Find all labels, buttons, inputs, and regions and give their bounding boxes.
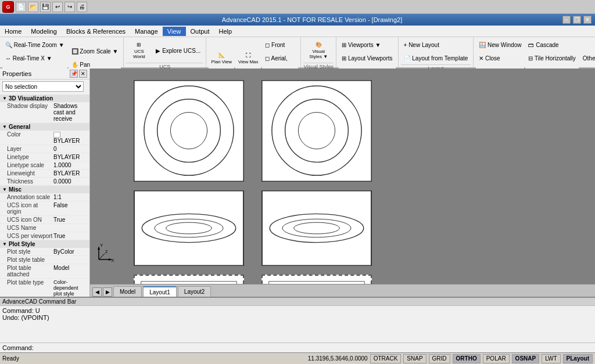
ribbon-other-windows[interactable]: Other Windows ▼ bbox=[580, 52, 595, 64]
properties-header-btns: 📌 ✕ bbox=[70, 70, 87, 78]
ribbon-visual-styles[interactable]: 🎨 VisualStyles ▼ bbox=[303, 38, 334, 63]
tab-scroll-left[interactable]: ◀ bbox=[92, 287, 102, 297]
statusbar: Ready 11.3196,5.3646,0.0000 OTRACK SNAP … bbox=[0, 352, 595, 364]
status-snap[interactable]: SNAP bbox=[403, 354, 426, 363]
minimize-button[interactable]: − bbox=[562, 16, 571, 24]
ribbon-group-viewport: ⊞ Viewports ▼ ⊞ Layout Viewports ✂ Viewp… bbox=[336, 37, 398, 67]
viewport-top-right-svg bbox=[262, 81, 371, 181]
menu-output[interactable]: Output bbox=[186, 27, 214, 36]
ribbon-tile-h[interactable]: ⊟ Tile Horizontally bbox=[525, 52, 578, 64]
status-osnap[interactable]: OSNAP bbox=[512, 354, 540, 363]
titlebar-title: AdvanceCAD 2015.1 - NOT FOR RESALE Versi… bbox=[62, 16, 562, 23]
close-button[interactable]: ✕ bbox=[583, 16, 592, 24]
status-coords: 11.3196,5.3646,0.0000 bbox=[308, 355, 368, 362]
viewport-bot-right-svg bbox=[263, 276, 371, 284]
prop-plot-table-type: Plot table type Color-dependent plot sty… bbox=[0, 279, 89, 297]
app-icon[interactable]: G bbox=[2, 1, 14, 13]
drawing-canvas[interactable]: Przed zmianaskali rzutni Po zmianieskali… bbox=[90, 69, 595, 284]
section-general[interactable]: General bbox=[0, 123, 89, 131]
qa-print[interactable]: 🖨 bbox=[77, 2, 87, 12]
menu-help[interactable]: Help bbox=[214, 27, 237, 36]
ribbon-layout-template[interactable]: 📄 Layout from Template bbox=[401, 52, 471, 64]
menu-modeling[interactable]: Modeling bbox=[26, 27, 62, 36]
qa-open[interactable]: 📂 bbox=[28, 2, 38, 12]
ribbon-realtime-x[interactable]: ↔ Real-Time X ▼ bbox=[2, 52, 67, 64]
ribbon-front[interactable]: ◻ Front bbox=[262, 38, 298, 51]
ribbon-zoom-scale[interactable]: 🔲 Zoom Scale ▼ bbox=[69, 45, 121, 58]
restore-button[interactable]: ❐ bbox=[573, 16, 581, 24]
ribbon-new-layout[interactable]: + New Layout bbox=[401, 38, 471, 51]
commandbar: AdvanceCAD Command Bar Command: U Undo: … bbox=[0, 297, 595, 352]
viewport-mid-left[interactable] bbox=[134, 190, 244, 266]
status-grid[interactable]: GRID bbox=[429, 354, 450, 363]
svg-rect-21 bbox=[269, 282, 365, 284]
ribbon-cascade[interactable]: 🗃 Cascade bbox=[525, 38, 578, 51]
prop-linetype: Linetype BYLAYER bbox=[0, 153, 89, 161]
viewmax-label: View Max bbox=[238, 59, 259, 64]
canvas-area[interactable]: Przed zmianaskali rzutni Po zmianieskali… bbox=[90, 69, 595, 297]
command-input-row: Command: bbox=[0, 343, 595, 352]
ribbon-realtime-zoom[interactable]: 🔍 Real-Time Zoom ▼ bbox=[2, 38, 67, 51]
ribbon-plan-view[interactable]: 📐 Plan View bbox=[209, 46, 234, 70]
plan-icon: 📐 bbox=[218, 52, 225, 58]
properties-selection-dropdown[interactable]: No selection bbox=[2, 81, 84, 92]
properties-close-btn[interactable]: ✕ bbox=[79, 70, 87, 78]
ribbon-close[interactable]: ✕ Close bbox=[476, 52, 524, 64]
ucs-world-label: UCSWorld bbox=[133, 49, 145, 59]
qa-undo[interactable]: ↩ bbox=[52, 2, 63, 12]
viewport-bot-left[interactable]: Przed zmianaskali rzutni bbox=[134, 275, 244, 284]
menu-view[interactable]: View bbox=[163, 27, 186, 36]
ribbon-group-ucs: ⊞ UCSWorld ▶ Explore UCS... UCS bbox=[124, 37, 206, 67]
ribbon-aerial[interactable]: ◻ Aerial, bbox=[262, 52, 298, 64]
menu-blocks[interactable]: Blocks & References bbox=[62, 27, 130, 36]
prop-plot-style-table: Plot style table bbox=[0, 256, 89, 264]
svg-rect-8 bbox=[134, 191, 243, 265]
viewport-bot-left-svg bbox=[135, 276, 243, 284]
viewport-top-left[interactable] bbox=[134, 80, 244, 182]
tab-layout1[interactable]: Layout1 bbox=[143, 286, 177, 297]
properties-content: 3D Visualization Shadow display Shadows … bbox=[0, 93, 89, 297]
prop-ucs-name: UCS Name bbox=[0, 224, 89, 232]
svg-rect-12 bbox=[262, 191, 371, 265]
properties-pin-btn[interactable]: 📌 bbox=[70, 70, 78, 78]
status-ortho[interactable]: ORTHO bbox=[453, 354, 481, 363]
viewport-mid-left-svg bbox=[134, 191, 243, 265]
tab-scroll-right[interactable]: ▶ bbox=[103, 287, 112, 297]
prop-ucs-icon-on: UCS icon ON True bbox=[0, 216, 89, 224]
command-input[interactable] bbox=[34, 344, 593, 351]
ribbon-view-max[interactable]: ⛶ View Max bbox=[235, 46, 261, 70]
status-otrack[interactable]: OTRACK bbox=[370, 354, 402, 363]
titlebar: AdvanceCAD 2015.1 - NOT FOR RESALE Versi… bbox=[0, 14, 595, 26]
prop-ucs-per-vp: UCS per viewport True bbox=[0, 232, 89, 240]
menu-manage[interactable]: Manage bbox=[130, 27, 163, 36]
ribbon-layout-viewports[interactable]: ⊞ Layout Viewports bbox=[339, 52, 395, 64]
ribbon-explore-ucs[interactable]: ▶ Explore UCS... bbox=[153, 44, 203, 57]
ribbon-group-view: 🔍 Real-Time Zoom ▼ ↔ Real-Time X ▼ ↺ Reg… bbox=[0, 37, 124, 67]
prop-layer: Layer 0 bbox=[0, 145, 89, 153]
status-lwt[interactable]: LWT bbox=[542, 354, 560, 363]
section-misc[interactable]: Misc bbox=[0, 186, 89, 193]
prop-plot-table-attached: Plot table attached Model bbox=[0, 264, 89, 279]
viewport-bot-right[interactable]: Po zmianieskali rzutni bbox=[261, 275, 372, 284]
svg-rect-16 bbox=[141, 282, 237, 284]
qa-new[interactable]: 📄 bbox=[16, 2, 26, 12]
ribbon-new-window[interactable]: 🪟 New Window bbox=[476, 38, 524, 51]
ribbon-ucs-world[interactable]: ⊞ UCSWorld bbox=[126, 38, 152, 63]
svg-line-31 bbox=[99, 254, 105, 260]
status-player[interactable]: PLayout bbox=[563, 354, 593, 363]
tab-layout2[interactable]: Layout2 bbox=[178, 286, 212, 297]
section-3d-viz[interactable]: 3D Visualization bbox=[0, 95, 89, 102]
viewport-mid-right[interactable] bbox=[261, 190, 372, 266]
ribbon-viewports[interactable]: ⊞ Viewports ▼ bbox=[339, 38, 395, 51]
section-plot-style[interactable]: Plot Style bbox=[0, 240, 89, 248]
quick-access-toolbar: G 📄 📂 💾 ↩ ↪ 🖨 bbox=[0, 0, 595, 14]
ribbon-btns-ucs: ⊞ UCSWorld ▶ Explore UCS... bbox=[126, 38, 203, 63]
qa-redo[interactable]: ↪ bbox=[64, 2, 75, 12]
status-polar[interactable]: POLAR bbox=[483, 354, 510, 363]
tab-model[interactable]: Model bbox=[113, 286, 142, 297]
viewport-top-right[interactable] bbox=[261, 80, 372, 182]
viewport-top-left-svg bbox=[134, 81, 243, 181]
qa-save[interactable]: 💾 bbox=[40, 2, 51, 12]
viewport-mid-right-svg bbox=[262, 191, 371, 265]
menu-home[interactable]: Home bbox=[0, 27, 26, 36]
